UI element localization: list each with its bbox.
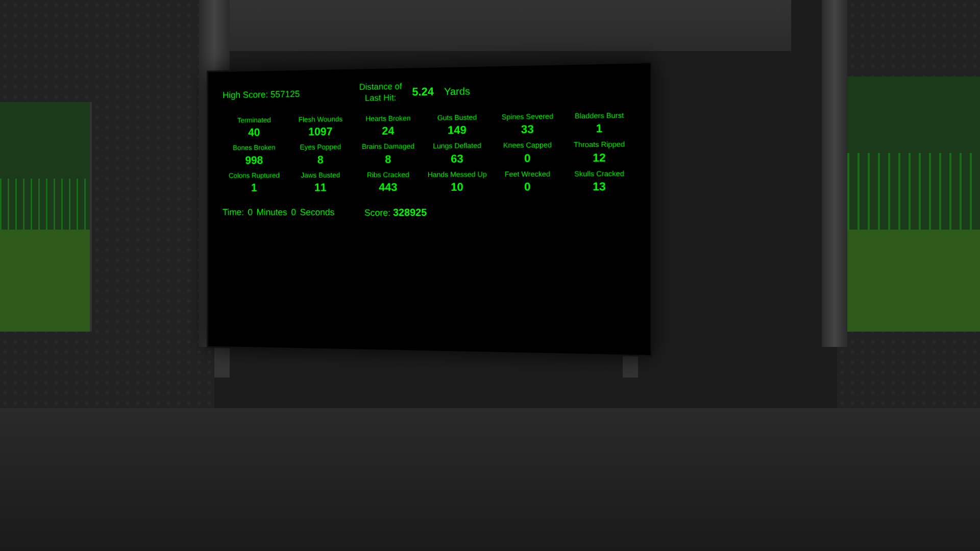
stat-flesh-wounds: Flesh Wounds 1097 [288, 114, 353, 139]
stat-hearts-broken: Hearts Broken 24 [355, 113, 421, 138]
window-right [837, 77, 980, 332]
grass-left [0, 230, 90, 332]
floor [0, 408, 980, 551]
high-score-label: High Score: [223, 89, 268, 100]
stat-ribs-cracked: Ribs Cracked 443 [355, 170, 421, 194]
score-value: 328925 [393, 207, 427, 218]
stat-bladders-burst: Bladders Burst 1 [565, 111, 634, 136]
minutes-value: 0 [248, 207, 252, 217]
scoreboard: High Score: 557125 Distance of Last Hit:… [207, 62, 652, 357]
distance-label: Distance of Last Hit: [359, 81, 402, 104]
stat-bones-broken: Bones Broken 998 [223, 143, 286, 167]
window-left [0, 102, 92, 332]
score-section: Score: 328925 [364, 207, 427, 218]
high-score-value: 557125 [271, 89, 300, 99]
scoreboard-content: High Score: 557125 Distance of Last Hit:… [208, 63, 651, 355]
stats-grid: Terminated 40 Flesh Wounds 1097 Hearts B… [223, 111, 634, 194]
stat-lungs-deflated: Lungs Deflated 63 [424, 141, 491, 165]
seconds-value: 0 [291, 207, 296, 218]
pillar-right [822, 0, 847, 347]
minutes-label: Minutes [257, 207, 287, 218]
high-score-display: High Score: 557125 [223, 89, 300, 101]
stat-colons-ruptured: Colons Ruptured 1 [223, 170, 286, 194]
time-section: Time: 0 Minutes 0 Seconds [223, 207, 334, 218]
bottom-row: Time: 0 Minutes 0 Seconds Score: 328925 [223, 207, 634, 219]
stat-throats-ripped: Throats Ripped 12 [565, 139, 634, 164]
score-label: Score: [364, 208, 390, 218]
top-row: High Score: 557125 Distance of Last Hit:… [223, 77, 634, 106]
stat-jaws-busted: Jaws Busted 11 [288, 170, 353, 194]
seconds-label: Seconds [300, 207, 335, 218]
stat-knees-capped: Knees Capped 0 [494, 140, 562, 165]
time-label: Time: [223, 207, 244, 217]
distance-value: 5.24 [412, 85, 434, 99]
stat-feet-wrecked: Feet Wrecked 0 [494, 169, 562, 193]
stat-eyes-popped: Eyes Popped 8 [288, 142, 353, 167]
grass-right [837, 230, 980, 332]
stat-brains-damaged: Brains Damaged 8 [355, 141, 421, 166]
stat-hands-messed-up: Hands Messed Up 10 [424, 169, 491, 194]
game-scene: High Score: 557125 Distance of Last Hit:… [0, 0, 980, 551]
stat-terminated: Terminated 40 [223, 115, 286, 140]
yards-label: Yards [444, 85, 470, 97]
board-support-left [214, 347, 230, 378]
stat-guts-busted: Guts Busted 149 [424, 112, 491, 137]
stat-spines-severed: Spines Severed 33 [494, 111, 562, 137]
stat-skulls-cracked: Skulls Cracked 13 [565, 168, 634, 193]
